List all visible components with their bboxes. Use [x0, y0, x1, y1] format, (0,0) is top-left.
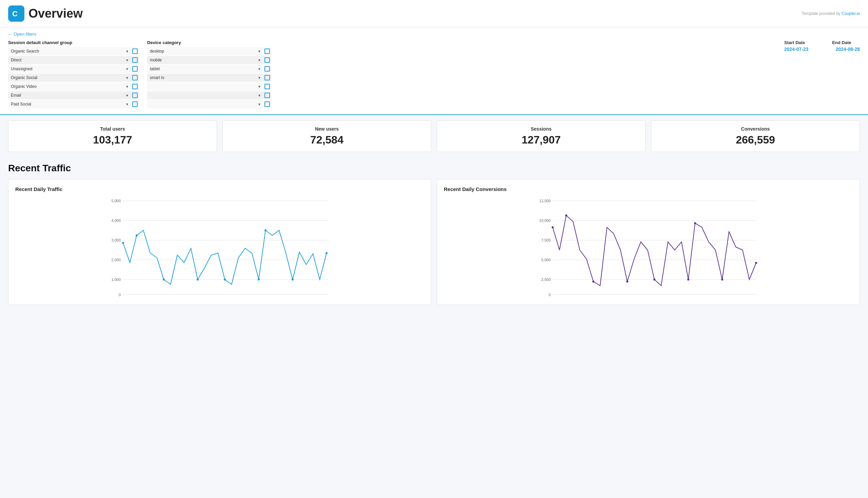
dropdown-arrow-5: ▼: [125, 94, 129, 97]
device-checkbox-3[interactable]: [265, 75, 270, 80]
device-row-4: ▼: [147, 82, 271, 91]
device-select-4[interactable]: [147, 82, 256, 91]
device-checkbox-6[interactable]: [265, 102, 270, 107]
channel-checkbox-5[interactable]: [132, 93, 138, 98]
svg-point-46: [721, 278, 723, 280]
date-values: 2024-07-23 2024-08-28: [784, 47, 860, 52]
channel-select-3[interactable]: Organic Social: [8, 74, 123, 82]
device-row-0: desktop ▼: [147, 47, 271, 55]
channel-checkbox-6[interactable]: [132, 102, 138, 107]
svg-point-15: [163, 278, 165, 280]
open-filters-button[interactable]: ← Open filters: [8, 31, 36, 37]
conversions-chart-container: 12,500 10,000 7,500 5,000 2,500 0: [444, 196, 853, 298]
conversions-chart-title: Recent Daily Conversions: [444, 186, 853, 192]
filters-grid: Session default channel group Organic Se…: [8, 40, 860, 109]
svg-text:2024-07-28: 2024-07-28: [554, 297, 573, 298]
logo-icon: C: [8, 5, 24, 22]
device-category-group: Device category desktop ▼ mobile ▼ table…: [147, 40, 271, 109]
traffic-chart-container: 5,000 4,000 3,000 2,000 1,000 0: [15, 196, 424, 298]
page-header: C Overview Template provided by Coupler.…: [0, 0, 868, 27]
start-date-label: Start Date: [784, 40, 805, 45]
device-select-2[interactable]: tablet: [147, 65, 256, 73]
device-checkbox-1[interactable]: [265, 57, 270, 63]
svg-point-14: [136, 234, 138, 236]
channel-row-6: Paid Social ▼: [8, 100, 139, 108]
svg-point-47: [755, 262, 757, 264]
svg-point-41: [592, 280, 595, 283]
svg-point-39: [552, 226, 554, 228]
svg-text:0: 0: [119, 293, 121, 297]
filters-section: ← Open filters Session default channel g…: [0, 27, 868, 115]
device-select-0[interactable]: desktop: [147, 47, 256, 55]
svg-point-40: [565, 214, 567, 217]
svg-text:2,000: 2,000: [111, 258, 121, 262]
device-arrow-3: ▼: [258, 76, 261, 80]
device-arrow-2: ▼: [258, 67, 261, 71]
start-date-value[interactable]: 2024-07-23: [784, 47, 809, 52]
device-category-header: Device category: [147, 40, 271, 45]
channel-row-0: Organic Search ▼: [8, 47, 139, 55]
device-checkbox-2[interactable]: [265, 66, 270, 71]
device-checkbox-0[interactable]: [265, 49, 270, 54]
end-date-value[interactable]: 2024-08-28: [836, 47, 860, 52]
svg-point-18: [258, 278, 260, 280]
channel-row-5: Email ▼: [8, 91, 139, 100]
device-arrow-1: ▼: [258, 58, 261, 62]
metric-label-2: Sessions: [448, 126, 635, 132]
channel-select-5[interactable]: Email: [8, 91, 123, 100]
svg-text:4,000: 4,000: [111, 219, 121, 223]
device-select-1[interactable]: mobile: [147, 56, 256, 64]
svg-text:5,000: 5,000: [541, 258, 551, 262]
device-arrow-6: ▼: [258, 103, 261, 106]
device-row-1: mobile ▼: [147, 56, 271, 64]
dropdown-arrow-6: ▼: [125, 103, 129, 106]
channel-select-6[interactable]: Paid Social: [8, 100, 123, 108]
device-checkbox-5[interactable]: [265, 93, 270, 98]
channel-select-4[interactable]: Organic Video: [8, 82, 123, 91]
svg-point-21: [325, 252, 328, 254]
coupler-link[interactable]: Coupler.io: [842, 11, 860, 16]
channel-select-2[interactable]: Unassigned: [8, 65, 123, 73]
channel-checkbox-3[interactable]: [132, 75, 138, 80]
dropdown-arrow-0: ▼: [125, 50, 129, 53]
traffic-chart-title: Recent Daily Traffic: [15, 186, 424, 192]
channel-select-0[interactable]: Organic Search: [8, 47, 123, 55]
svg-text:0: 0: [549, 293, 551, 297]
channel-checkbox-1[interactable]: [132, 57, 138, 63]
channel-select-1[interactable]: Direct: [8, 56, 123, 64]
channel-checkbox-4[interactable]: [132, 84, 138, 89]
metric-label-0: Total users: [19, 126, 206, 132]
device-select-6[interactable]: [147, 100, 256, 108]
svg-text:3,000: 3,000: [111, 238, 121, 242]
metric-card-3: Conversions 266,559: [651, 120, 860, 152]
metric-card-1: New users 72,584: [223, 120, 431, 152]
svg-text:5,000: 5,000: [111, 199, 121, 203]
svg-text:2024-07-28: 2024-07-28: [125, 297, 145, 298]
svg-text:2024-08-25: 2024-08-25: [302, 297, 321, 298]
svg-text:2024-08-18: 2024-08-18: [686, 297, 705, 298]
svg-point-45: [694, 222, 696, 224]
device-select-5[interactable]: [147, 91, 256, 100]
device-arrow-5: ▼: [258, 94, 261, 97]
svg-text:2024-08-04: 2024-08-04: [598, 297, 617, 298]
svg-text:2024-08-04: 2024-08-04: [170, 297, 188, 298]
svg-point-42: [626, 280, 628, 283]
dropdown-arrow-1: ▼: [125, 58, 129, 62]
dropdown-arrow-2: ▼: [125, 67, 129, 71]
conversions-chart-card: Recent Daily Conversions 12,500 10,000 7…: [437, 179, 860, 305]
dropdown-arrow-4: ▼: [125, 85, 129, 89]
metric-value-0: 103,177: [19, 134, 206, 146]
svg-point-44: [687, 278, 689, 280]
session-channel-header: Session default channel group: [8, 40, 139, 45]
device-select-3[interactable]: smart tv: [147, 74, 256, 82]
channel-checkbox-2[interactable]: [132, 66, 138, 71]
channel-checkbox-0[interactable]: [132, 49, 138, 54]
traffic-chart-card: Recent Daily Traffic 5,000 4,000 3,000 2…: [8, 179, 431, 305]
device-checkbox-4[interactable]: [265, 84, 270, 89]
template-credit: Template provided by Coupler.io: [802, 11, 860, 16]
metric-card-0: Total users 103,177: [8, 120, 217, 152]
channel-row-4: Organic Video ▼: [8, 82, 139, 91]
end-date-label: End Date: [832, 40, 851, 45]
svg-point-19: [265, 229, 267, 231]
device-arrow-0: ▼: [258, 50, 261, 53]
